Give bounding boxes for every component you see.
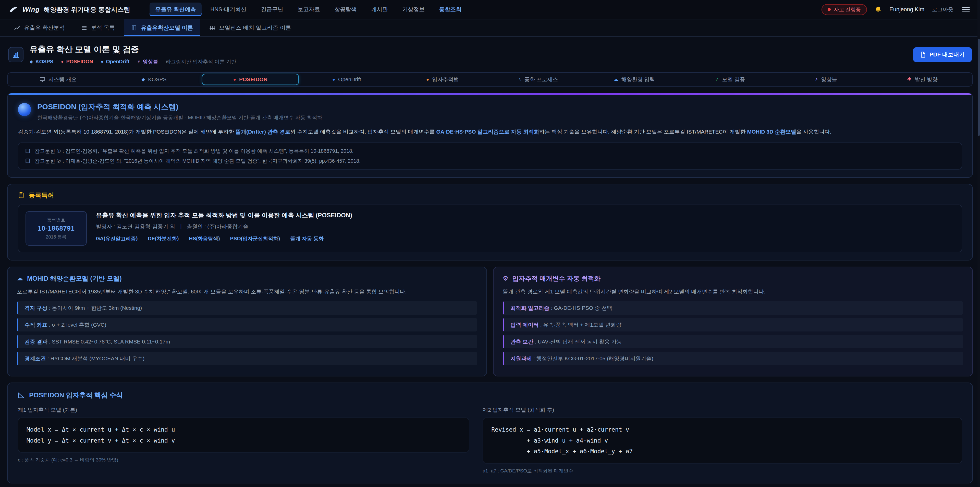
formula-model2-note: a1~a7 : GA/DE/PSO로 최적화된 매개변수	[483, 468, 962, 474]
spec-row: 관측 보간 : UAV·선박 탑재 센서 동시 활용 가능	[503, 335, 963, 348]
patent-title: 유출유 확산 예측을 위한 입자 추적 모듈 최적화 방법 및 이를 이용한 예…	[96, 211, 352, 219]
book-icon	[131, 25, 137, 31]
formula-model2-label: 제2 입자추적 모델 (최적화 후)	[483, 406, 962, 414]
reference-item: 참고문헌 ① : 김도연·김용혁, "유출유 확산 예측을 위한 입자 추적 모…	[25, 148, 955, 155]
patent-inventors: 발명자 : 김도연·김용혁·김종기 외	[96, 223, 175, 230]
spec-row: 최적화 알고리즘 : GA·DE·HS·PSO 중 선택	[503, 301, 963, 315]
tab-spill-model-theory[interactable]: 유출유확산모델 이론	[124, 19, 200, 36]
tag-poseidon: ●POSEIDON	[61, 59, 93, 65]
rocket-icon	[906, 77, 912, 82]
list-icon	[81, 25, 87, 31]
wave-icon: ≈	[519, 77, 522, 82]
sub-navbar: 유출유 확산분석 분석 목록 유출유확산모델 이론 오일펜스 배치 알고리즘 이…	[0, 19, 980, 37]
logout-button[interactable]: 로그아웃	[932, 6, 953, 13]
dot-icon: ●	[332, 77, 335, 82]
nav-item-board[interactable]: 게시판	[366, 3, 393, 16]
page-title: 유출유 확산 모델 이론 및 검증	[30, 44, 236, 55]
section-item-validation[interactable]: ✓ 모델 검증	[682, 74, 778, 85]
tab-label: 유출유 확산분석	[24, 24, 65, 32]
patent-card: 등록특허 등록번호 10-1868791 2018 등록 유출유 확산 예측을 …	[7, 184, 973, 260]
nav-item-reports[interactable]: 보고자료	[292, 3, 326, 16]
scrollbar-track[interactable]	[977, 0, 980, 487]
page-icon-box	[8, 47, 24, 62]
poseidon-intro-card: POSEIDON (입자추적 최적화 예측 시스템) 한국해양환경공단·(주)아…	[7, 93, 973, 178]
formula-grid: 제1 입자추적 모델 (기본) Model_x = Δt × current_u…	[18, 406, 962, 474]
formulas-title: POSEIDON 입자추적 핵심 수식	[18, 391, 962, 400]
nav-item-emergency-rescue[interactable]: 긴급구난	[255, 3, 289, 16]
spec-row: 지원과제 : 행정안전부 KCG-01-2017-05 (해양경비지원기술)	[503, 352, 963, 365]
section-item-ocean-input[interactable]: ☁ 해양환경 입력	[587, 74, 682, 85]
nav-item-weather[interactable]: 기상정보	[396, 3, 430, 16]
section-item-kosps[interactable]: ◆ KOSPS	[106, 74, 202, 85]
incident-status-badge[interactable]: 사고 진행중	[821, 4, 867, 15]
tab-analysis-list[interactable]: 분석 목록	[74, 19, 122, 36]
spec-row: 격자 구성 : 동아시아 9km + 한반도 3km (Nesting)	[17, 301, 477, 315]
app-root: Wing 해양환경 위기대응 통합시스템 유출유 확산예측 HNS·대기확산 긴…	[0, 0, 980, 487]
nav-item-hns-atmospheric[interactable]: HNS·대기확산	[205, 3, 252, 16]
section-nav: 시스템 개요 ◆ KOSPS ● POSEIDON ● OpenDrift ● …	[7, 72, 973, 86]
algorithm-tag: GA(유전알고리즘)	[96, 235, 138, 242]
user-name: Eunjeong Kim	[889, 6, 924, 13]
chart-icon	[14, 25, 21, 31]
poseidon-title: POSEIDON (입자추적 최적화 예측 시스템)	[37, 102, 322, 112]
highlight-drifter-path: 뜰개(Drifter) 관측 경로	[235, 129, 290, 134]
optimization-card: ⚙ 입자추적 매개변수 자동 최적화 뜰개 관측 경로와 제1 모델 예측값의 …	[493, 267, 973, 377]
registration-label: 등록번호	[47, 217, 65, 223]
algorithm-tag: 뜰개 자동 동화	[290, 235, 324, 242]
formula-model2: 제2 입자추적 모델 (최적화 후) Revised_x = a1·curren…	[483, 406, 962, 474]
patent-algorithm-tags: GA(유전알고리즘) DE(차분진화) HS(화음탐색) PSO(입자군집최적화…	[96, 235, 352, 242]
page-title-block: 유출유 확산 모델 이론 및 검증 ◆KOSPS ●POSEIDON ●Open…	[30, 44, 236, 65]
poseidon-description: 김종기·김도연 외(등록특허 10-1868791, 2018)가 개발한 PO…	[18, 127, 962, 136]
page-tagline: 라그랑지안 입자추적 이론 기반	[165, 58, 236, 65]
clipboard-icon	[18, 192, 24, 198]
notification-bell-icon[interactable]	[875, 6, 882, 13]
topnav-right: 사고 진행중 Eunjeong Kim 로그아웃	[821, 4, 971, 15]
section-item-future[interactable]: 발전 방향	[874, 74, 970, 85]
pdf-export-button[interactable]: PDF 내보내기	[913, 47, 972, 62]
spec-row: 입력 데이터 : 유속·풍속 벡터 + 제1모델 변화량	[503, 318, 963, 332]
formulas-card: POSEIDON 입자추적 핵심 수식 제1 입자추적 모델 (기본) Mode…	[7, 383, 973, 484]
tab-spill-analysis[interactable]: 유출유 확산분석	[7, 19, 72, 36]
nav-item-aerial-search[interactable]: 항공탐색	[329, 3, 363, 16]
tab-label: 분석 목록	[91, 24, 115, 32]
meta-divider: |	[180, 223, 181, 230]
brand-mark: Wing	[22, 6, 40, 14]
mohid-description: 포르투갈 IST/MARETEC에서 1985년부터 개발한 3D 수치 해양순…	[17, 287, 477, 296]
formula-model1-code: Model_x = Δt × current_u + Δt × c × wind…	[18, 418, 469, 452]
section-item-overview[interactable]: 시스템 개요	[10, 74, 106, 85]
page-tags: ◆KOSPS ●POSEIDON ●OpenDrift ⚡앙상블 라그랑지안 입…	[30, 58, 236, 65]
gear-icon: ⚙	[503, 275, 508, 282]
algorithm-tag: PSO(입자군집최적화)	[230, 235, 280, 242]
formula-model2-code: Revised_x = a1·current_u + a2·current_v …	[483, 418, 962, 463]
section-item-poseidon[interactable]: ● POSEIDON	[202, 74, 299, 85]
optimization-title: ⚙ 입자추적 매개변수 자동 최적화	[503, 274, 963, 283]
patent-box: 등록번호 10-1868791 2018 등록 유출유 확산 예측을 위한 입자…	[18, 204, 962, 252]
section-item-opendrift[interactable]: ● OpenDrift	[299, 74, 395, 85]
section-item-particle-tracking[interactable]: ● 입자추적법	[395, 74, 490, 85]
triangle-ruler-icon	[18, 392, 24, 399]
section-item-ensemble[interactable]: ⚡ 앙상블	[778, 74, 874, 85]
incident-dot-icon	[828, 8, 831, 11]
section-item-weathering[interactable]: ≈ 풍화 프로세스	[490, 74, 587, 85]
monitor-icon	[40, 77, 45, 82]
tab-label: 오일펜스 배치 알고리즘 이론	[219, 24, 291, 32]
check-icon: ✓	[715, 77, 719, 82]
nav-item-integrated-search[interactable]: 통합조회	[433, 3, 467, 16]
formula-model1-note: c : 풍속 가중치 (예: c=0.3 → 바람의 30% 반영)	[18, 457, 469, 463]
tab-oil-fence-theory[interactable]: 오일펜스 배치 알고리즘 이론	[202, 19, 298, 36]
incident-status-label: 사고 진행중	[834, 6, 861, 13]
nav-item-oil-spill-prediction[interactable]: 유출유 확산예측	[150, 3, 202, 16]
tab-label: 유출유확산모델 이론	[141, 24, 193, 32]
book-icon	[25, 158, 30, 164]
spec-row: 수직 좌표 : σ + Z-level 혼합 (GVC)	[17, 318, 477, 332]
scrollbar-thumb[interactable]	[978, 39, 980, 136]
highlight-optimization: GA·DE·HS·PSO 알고리즘으로 자동 최적화	[436, 129, 539, 134]
patent-meta: 발명자 : 김도연·김용혁·김종기 외 | 출원인 : (주)아라종합기술	[96, 223, 352, 230]
patent-registration-box: 등록번호 10-1868791 2018 등록	[25, 211, 87, 246]
brand-logo[interactable]: Wing 해양환경 위기대응 통합시스템	[9, 5, 130, 14]
formula-model1-label: 제1 입자추적 모델 (기본)	[18, 406, 469, 414]
spec-row: 경계조건 : HYCOM 재분석 (MYOCEAN 대비 우수)	[17, 352, 477, 365]
reference-item: 참고문헌 ② : 이재호·임병준·김도연 외, "2016년 동아시아 해역의 …	[25, 158, 955, 164]
menu-hamburger-icon[interactable]	[961, 5, 971, 14]
dot-icon: ●	[426, 77, 429, 82]
